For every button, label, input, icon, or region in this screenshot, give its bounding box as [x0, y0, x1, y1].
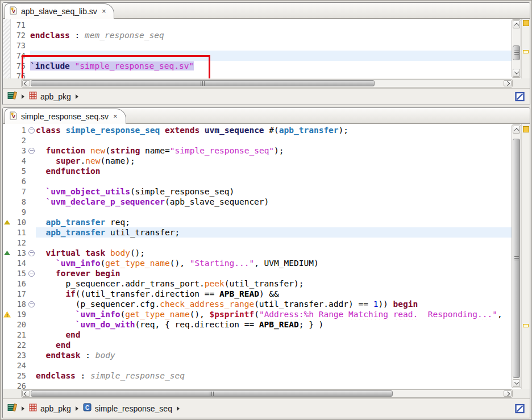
- code-line-text[interactable]: virtual task body();: [36, 248, 512, 258]
- code-line[interactable]: 72endclass : mem_response_seq: [3, 30, 512, 40]
- scrollbar-thumb[interactable]: [513, 45, 520, 60]
- code-line-text[interactable]: (p_sequencer.cfg.check_address_range(uti…: [36, 299, 512, 309]
- library-icon[interactable]: [7, 92, 17, 102]
- breadcrumb-arrow-icon[interactable]: [22, 406, 24, 411]
- overview-ruler-bottom[interactable]: [521, 124, 530, 389]
- code-line-text[interactable]: [36, 381, 512, 389]
- code-line[interactable]: 23 endtask : body: [3, 350, 512, 360]
- code-line[interactable]: 9: [3, 207, 512, 217]
- breadcrumb-package-label[interactable]: apb_pkg: [40, 404, 71, 413]
- breadcrumb-arrow-icon[interactable]: [22, 94, 24, 99]
- breadcrumb-class-label[interactable]: simple_response_seq: [95, 404, 172, 413]
- code-line-text[interactable]: endtask : body: [36, 350, 512, 360]
- breadcrumb-arrow-icon[interactable]: [76, 406, 78, 411]
- fold-collapse-icon[interactable]: [28, 148, 35, 154]
- scroll-right-button[interactable]: [504, 80, 512, 86]
- code-line[interactable]: 16 p_sequencer.addr_trans_port.peek(util…: [3, 278, 512, 289]
- scroll-up-button[interactable]: [513, 126, 520, 134]
- overview-ruler-top[interactable]: [521, 19, 530, 78]
- code-line[interactable]: 18 (p_sequencer.cfg.check_address_range(…: [3, 299, 512, 309]
- maximize-icon[interactable]: [515, 92, 525, 102]
- tab-simple-response-seq[interactable]: V simple_response_seq.sv ×: [5, 109, 126, 124]
- code-line-text[interactable]: `uvm_info(get_type_name(), "Starting..."…: [36, 258, 512, 268]
- scroll-left-button[interactable]: [22, 80, 30, 86]
- code-line[interactable]: 71: [3, 20, 512, 30]
- code-line[interactable]: 20 `uvm_do_with(req, { req.direction == …: [3, 319, 512, 330]
- code-line[interactable]: 74: [3, 51, 512, 61]
- fold-collapse-icon[interactable]: [28, 301, 35, 307]
- code-line-text[interactable]: function new(string name="simple_respons…: [36, 145, 512, 156]
- close-icon[interactable]: ×: [101, 8, 106, 15]
- code-line[interactable]: 10 apb_transfer req;: [3, 217, 512, 227]
- code-line-text[interactable]: `uvm_do_with(req, { req.direction == APB…: [36, 319, 512, 330]
- code-line-text[interactable]: endclass : mem_response_seq: [30, 30, 512, 40]
- scrollbar-thumb[interactable]: [31, 80, 375, 86]
- code-line-text[interactable]: `uvm_object_utils(simple_response_seq): [36, 186, 512, 197]
- code-line[interactable]: 12: [3, 238, 512, 248]
- code-line[interactable]: 15 forever begin: [3, 268, 512, 278]
- vertical-scrollbar-top[interactable]: [512, 19, 521, 78]
- breadcrumb-arrow-icon[interactable]: [177, 406, 180, 411]
- close-icon[interactable]: ×: [112, 113, 118, 120]
- code-line[interactable]: 21 end: [3, 330, 512, 340]
- overview-warning-marker[interactable]: [523, 324, 529, 327]
- code-line-text[interactable]: [36, 207, 512, 217]
- code-line[interactable]: 5 endfunction: [3, 166, 512, 176]
- code-line[interactable]: 7 `uvm_object_utils(simple_response_seq): [3, 186, 512, 197]
- code-line[interactable]: 75`include "simple_response_seq.sv": [3, 61, 512, 71]
- code-line[interactable]: 8 `uvm_declare_p_sequencer(apb_slave_seq…: [3, 197, 512, 207]
- code-line-text[interactable]: p_sequencer.addr_trans_port.peek(util_tr…: [36, 278, 512, 289]
- code-rows-bottom[interactable]: 1class simple_response_seq extends uvm_s…: [3, 124, 512, 389]
- code-line-text[interactable]: class simple_response_seq extends uvm_se…: [36, 125, 512, 135]
- code-line-text[interactable]: end: [36, 340, 512, 350]
- breadcrumb-arrow-icon[interactable]: [76, 94, 78, 99]
- code-line-text[interactable]: [36, 176, 512, 186]
- code-line-text[interactable]: `uvm_declare_p_sequencer(apb_slave_seque…: [36, 197, 512, 207]
- code-line-text[interactable]: if((util_transfer.direction == APB_READ)…: [36, 289, 512, 299]
- breadcrumb-item-class[interactable]: C simple_response_seq: [83, 403, 172, 414]
- breadcrumb-item-package[interactable]: apb_pkg: [29, 404, 71, 414]
- maximize-icon[interactable]: [515, 404, 525, 413]
- code-line-text[interactable]: apb_transfer util_transfer;: [36, 227, 512, 238]
- breadcrumb-package-label[interactable]: apb_pkg: [40, 92, 71, 101]
- library-icon[interactable]: [7, 404, 17, 414]
- code-line[interactable]: !19 `uvm_info(get_type_name(), $psprintf…: [3, 309, 512, 319]
- code-line[interactable]: 1class simple_response_seq extends uvm_s…: [3, 125, 512, 135]
- code-rows-top[interactable]: 7172endclass : mem_response_seq737475`in…: [3, 19, 512, 78]
- scroll-right-button[interactable]: [504, 390, 512, 397]
- overview-header-marker[interactable]: [523, 20, 529, 26]
- code-line-text[interactable]: apb_transfer req;: [36, 217, 512, 227]
- code-line-text[interactable]: `uvm_info(get_type_name(), $psprintf("Ad…: [36, 309, 512, 319]
- code-line[interactable]: 4 super.new(name);: [3, 156, 512, 166]
- scroll-up-button[interactable]: [513, 20, 520, 28]
- marker-triangle-green-icon[interactable]: [4, 251, 10, 255]
- scroll-left-button[interactable]: [22, 390, 30, 397]
- warning-icon[interactable]: !: [3, 311, 11, 318]
- code-line-text[interactable]: [36, 135, 512, 145]
- overview-occurrence-marker[interactable]: [523, 50, 529, 53]
- code-line-text[interactable]: [30, 40, 512, 51]
- code-line-text[interactable]: end: [36, 330, 512, 340]
- code-line[interactable]: 14 `uvm_info(get_type_name(), "Starting.…: [3, 258, 512, 268]
- code-line[interactable]: 22 end: [3, 340, 512, 350]
- scrollbar-thumb[interactable]: [31, 390, 393, 397]
- code-line[interactable]: 24: [3, 360, 512, 371]
- breadcrumb-item-package[interactable]: apb_pkg: [29, 92, 71, 102]
- code-line[interactable]: 11 apb_transfer util_transfer;: [3, 227, 512, 238]
- code-line-text[interactable]: super.new(name);: [36, 156, 512, 166]
- fold-collapse-icon[interactable]: [28, 271, 35, 277]
- code-line-text[interactable]: [30, 51, 512, 61]
- vertical-scrollbar-bottom[interactable]: [512, 124, 521, 388]
- code-line-text[interactable]: [36, 360, 512, 371]
- overview-header-marker[interactable]: [523, 126, 529, 132]
- code-line[interactable]: 17 if((util_transfer.direction == APB_RE…: [3, 289, 512, 299]
- code-line-text[interactable]: endfunction: [36, 166, 512, 176]
- code-line-text[interactable]: [30, 71, 512, 78]
- code-line-text[interactable]: forever begin: [36, 268, 512, 278]
- code-line[interactable]: 6: [3, 176, 512, 186]
- scroll-down-button[interactable]: [513, 69, 520, 77]
- marker-triangle-yellow-icon[interactable]: [4, 220, 10, 224]
- code-line[interactable]: 73: [3, 40, 512, 51]
- code-line[interactable]: 76: [3, 71, 512, 78]
- code-line[interactable]: 2: [3, 135, 512, 145]
